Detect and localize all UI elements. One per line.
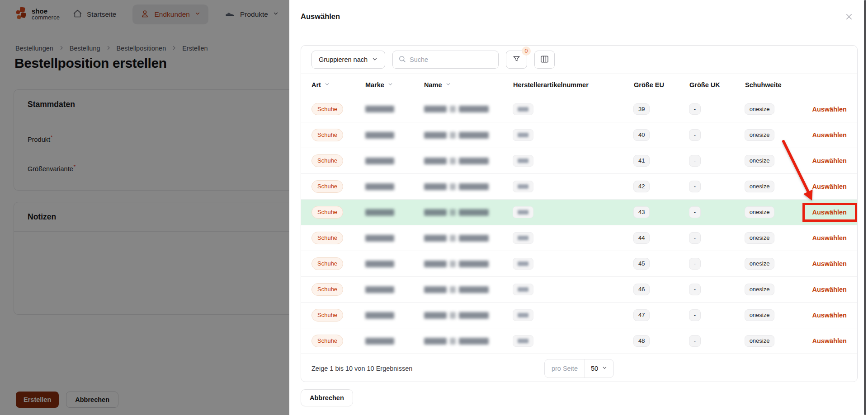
art-cell: Schuhe — [311, 180, 365, 193]
name-blurred-text — [424, 235, 447, 242]
filter-icon — [512, 55, 521, 65]
artikelnummer-badge — [513, 129, 533, 141]
table-row: Schuhe 45 - onesize Auswählen — [301, 251, 857, 276]
schuhweite-cell: onesize — [745, 206, 812, 218]
table-header-row: Art Marke Name Herstellerartikelnummer G… — [301, 74, 857, 96]
groesse-eu-cell: 39 — [633, 103, 689, 115]
column-header-art[interactable]: Art — [311, 81, 365, 89]
action-cell: Auswählen — [812, 312, 847, 319]
column-header-groesse-eu: Größe EU — [634, 81, 689, 89]
name-blurred-text — [424, 106, 447, 112]
marke-blurred-text — [365, 106, 394, 112]
search-input[interactable] — [410, 56, 493, 63]
modal-abbrechen-button[interactable]: Abbrechen — [301, 389, 353, 406]
list-toolbar: Gruppieren nach 0 — [301, 46, 857, 74]
chevron-down-icon — [602, 365, 608, 372]
art-cell: Schuhe — [311, 129, 365, 141]
column-header-name[interactable]: Name — [424, 81, 513, 89]
row-auswaehlen-button[interactable]: Auswählen — [812, 157, 847, 164]
name-cell — [424, 209, 513, 216]
table-row: Schuhe 39 - onesize Auswählen — [301, 96, 857, 122]
herstellerartikelnummer-cell — [513, 181, 633, 192]
column-header-marke[interactable]: Marke — [365, 81, 424, 89]
marke-cell — [365, 286, 424, 293]
marke-cell — [365, 235, 424, 242]
name-cell — [424, 158, 513, 164]
name-cell — [424, 338, 513, 345]
name-blurred-text — [424, 312, 447, 319]
modal-close-button[interactable] — [843, 11, 855, 23]
herstellerartikelnummer-cell — [513, 129, 633, 141]
table-row: Schuhe 47 - onesize Auswählen — [301, 302, 857, 328]
group-by-button[interactable]: Gruppieren nach — [311, 51, 385, 69]
table-row: Schuhe 42 - onesize Auswählen — [301, 173, 857, 199]
artikelnummer-badge — [513, 284, 533, 295]
art-cell: Schuhe — [311, 154, 365, 167]
marke-blurred-text — [365, 312, 394, 319]
herstellerartikelnummer-cell — [513, 155, 633, 167]
marke-blurred-text — [365, 183, 394, 190]
schuhweite-cell: onesize — [745, 309, 812, 321]
schuhweite-badge: onesize — [745, 181, 775, 192]
row-auswaehlen-button[interactable]: Auswählen — [812, 260, 847, 267]
groesse-eu-cell: 44 — [633, 232, 689, 244]
per-page-select[interactable]: 50 — [585, 359, 613, 378]
marke-cell — [365, 183, 424, 190]
marke-blurred-text — [365, 132, 394, 139]
row-auswaehlen-button[interactable]: Auswählen — [812, 131, 847, 139]
groesse-uk-cell: - — [689, 284, 745, 295]
table-row: Schuhe 44 - onesize Auswählen — [301, 225, 857, 251]
artikelnummer-badge — [513, 103, 533, 115]
groesse-uk-cell: - — [689, 335, 745, 347]
groesse-eu-cell: 46 — [633, 284, 689, 295]
schuhweite-badge: onesize — [745, 284, 775, 295]
annotation-red-box — [802, 203, 857, 222]
search-icon — [398, 55, 406, 65]
action-cell: Auswählen — [812, 260, 847, 267]
schuhweite-badge: onesize — [745, 129, 775, 141]
name-cell — [424, 261, 513, 267]
art-cell: Schuhe — [311, 309, 365, 322]
groesse-uk-cell: - — [689, 232, 745, 244]
groesse-eu-cell: 41 — [633, 155, 689, 167]
sort-chevron-icon — [445, 81, 451, 89]
groesse-uk-badge: - — [689, 206, 701, 218]
herstellerartikelnummer-cell — [513, 103, 633, 115]
marke-cell — [365, 158, 424, 164]
art-cell: Schuhe — [311, 283, 365, 296]
schuhweite-badge: onesize — [745, 258, 775, 270]
groesse-eu-badge: 42 — [633, 181, 650, 192]
marke-blurred-text — [365, 209, 394, 216]
row-auswaehlen-button[interactable]: Auswählen — [812, 337, 847, 345]
row-auswaehlen-button[interactable]: Auswählen — [812, 234, 847, 242]
art-badge: Schuhe — [311, 103, 343, 116]
groesse-eu-badge: 46 — [633, 284, 650, 295]
groesse-eu-badge: 43 — [633, 206, 650, 218]
schuhweite-badge: onesize — [745, 206, 775, 218]
scrollbar[interactable] — [864, 0, 866, 415]
table-row: Schuhe 43 - onesize Auswählen — [301, 199, 857, 225]
art-badge: Schuhe — [311, 309, 343, 322]
columns-button[interactable] — [534, 51, 555, 69]
groesse-eu-badge: 44 — [633, 232, 650, 244]
row-auswaehlen-button[interactable]: Auswählen — [812, 106, 847, 113]
marke-blurred-text — [365, 158, 394, 164]
schuhweite-cell: onesize — [745, 103, 812, 115]
schuhweite-badge: onesize — [745, 232, 775, 244]
row-auswaehlen-button[interactable]: Auswählen — [812, 286, 847, 293]
select-modal: Auswählen Gruppieren nach — [289, 0, 868, 415]
groesse-uk-badge: - — [689, 103, 701, 115]
column-header-schuhweite: Schuhweite — [745, 81, 813, 89]
filter-button[interactable]: 0 — [506, 51, 527, 69]
marke-blurred-text — [365, 261, 394, 267]
name-cell — [424, 286, 513, 293]
groesse-uk-cell: - — [689, 309, 745, 321]
row-auswaehlen-button[interactable]: Auswählen — [812, 312, 847, 319]
row-auswaehlen-button[interactable]: Auswählen — [812, 183, 847, 190]
herstellerartikelnummer-cell — [513, 206, 633, 218]
art-cell: Schuhe — [311, 232, 365, 244]
action-cell: Auswählen — [812, 131, 847, 139]
schuhweite-cell: onesize — [745, 335, 812, 347]
column-header-herstellerartikelnummer: Herstellerartikelnummer — [513, 81, 634, 89]
groesse-eu-badge: 48 — [633, 335, 650, 347]
